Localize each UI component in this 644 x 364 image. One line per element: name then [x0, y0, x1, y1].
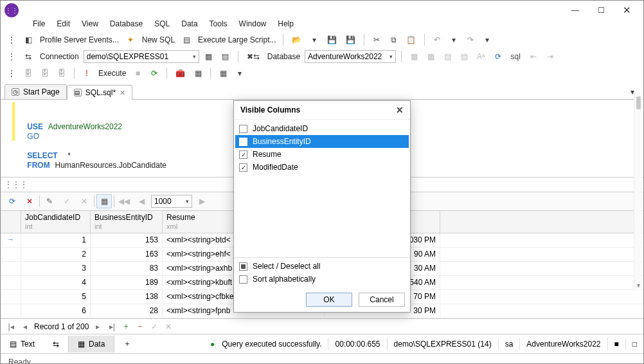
menu-tools[interactable]: Tools — [204, 17, 233, 30]
menu-help[interactable]: Help — [273, 17, 299, 30]
cut-icon[interactable]: ✂ — [370, 33, 384, 47]
nav-prev-icon[interactable]: ◂ — [20, 322, 30, 331]
paste-icon[interactable]: 📋 — [403, 33, 419, 47]
dialog-close-icon[interactable]: ✕ — [396, 105, 404, 115]
sql-format-icon[interactable]: sql — [508, 50, 524, 64]
chevron-down-icon[interactable]: ▾ — [447, 33, 461, 47]
connection-icon[interactable]: ⇆ — [21, 50, 35, 64]
stop-icon[interactable]: ■ — [130, 66, 145, 80]
menu-database[interactable]: Database — [105, 17, 148, 30]
refresh-icon[interactable]: ⟳ — [491, 50, 505, 64]
menu-edit[interactable]: Edit — [51, 17, 75, 30]
add-tab-button[interactable]: ＋ — [114, 334, 140, 353]
menu-window[interactable]: Window — [234, 17, 272, 30]
copy-icon[interactable]: ⧉ — [386, 33, 400, 47]
close-tab-icon[interactable]: ✕ — [120, 89, 125, 97]
scroll-down-icon[interactable]: ▾ — [634, 282, 643, 289]
next-page-icon[interactable]: ▶ — [194, 194, 210, 208]
refresh-grid-icon[interactable]: ⟳ — [4, 194, 20, 208]
checkbox-icon[interactable]: ✓ — [239, 150, 247, 159]
db2-icon[interactable]: 🗄 — [38, 66, 52, 80]
connection-dropdown[interactable]: demo\SQLEXPRESS01▾ — [84, 50, 199, 63]
vertical-scrollbar[interactable]: ▾ — [634, 94, 643, 290]
column-list-item[interactable]: JobCandidateID — [235, 122, 409, 135]
checkbox-icon[interactable] — [239, 275, 247, 284]
select-all-toggle[interactable]: Select / Deselect all — [239, 262, 405, 271]
close-button[interactable]: ✕ — [614, 2, 640, 19]
nav-last-icon[interactable]: ▸| — [107, 322, 117, 331]
execute-large-script-button[interactable]: Execute Large Script... — [196, 35, 278, 44]
tb2-btn-4[interactable]: ▤ — [457, 50, 471, 64]
open-icon[interactable]: 📂 — [289, 33, 305, 47]
col-businessentityid[interactable]: BusinessEntityIDint — [91, 211, 163, 233]
handle-icon[interactable]: ⋮ — [4, 66, 19, 80]
save-all-icon[interactable]: 💾 — [343, 33, 359, 47]
profile-icon[interactable]: ◧ — [21, 33, 35, 47]
tb2-btn-2[interactable]: ▦ — [424, 50, 438, 64]
tab-start-page[interactable]: ◷ Start Page — [4, 84, 67, 99]
tab-sql[interactable]: ▤ SQL.sql* ✕ — [67, 85, 132, 100]
status-box-icon[interactable]: □ — [625, 338, 643, 350]
prev-page-icon[interactable]: ◀ — [134, 194, 149, 208]
run-loop-icon[interactable]: ⟳ — [147, 66, 161, 80]
column-list-item[interactable]: BusinessEntityID — [235, 135, 409, 148]
new-sql-icon[interactable]: ✦ — [123, 33, 138, 47]
sort-alpha-toggle[interactable]: Sort alphabetically — [239, 275, 405, 284]
cancel-button[interactable]: Cancel — [359, 293, 405, 307]
toolbox2-icon[interactable]: ▦ — [191, 66, 205, 80]
menu-sql[interactable]: SQL — [149, 17, 175, 30]
checkbox-icon[interactable]: ✓ — [239, 163, 247, 172]
toolbox1-icon[interactable]: 🧰 — [172, 66, 188, 80]
disconnect-icon[interactable]: ✖⇆ — [244, 50, 263, 64]
rollback-icon[interactable]: ✕ — [76, 194, 92, 208]
scrollbar-thumb[interactable] — [636, 96, 641, 109]
grid-toggle-icon[interactable]: ▦ — [216, 66, 230, 80]
nav-first-icon[interactable]: |◂ — [6, 322, 16, 331]
tab-data[interactable]: ▦Data — [68, 336, 114, 352]
edit-icon[interactable]: ✎ — [42, 194, 57, 208]
first-page-icon[interactable]: ◀◀ — [116, 194, 132, 208]
db3-icon[interactable]: 🗄 — [55, 66, 69, 80]
menu-view[interactable]: View — [76, 17, 103, 30]
menu-data[interactable]: Data — [176, 17, 202, 30]
checkbox-icon[interactable] — [239, 125, 247, 133]
revert-row-icon[interactable]: ✕ — [163, 322, 174, 331]
handle-icon[interactable]: ⋮ — [4, 50, 19, 64]
page-size-dropdown[interactable]: 1000▾ — [151, 195, 192, 208]
maximize-button[interactable]: ☐ — [588, 2, 614, 19]
new-sql-button[interactable]: New SQL — [140, 35, 177, 44]
chevron-down-icon[interactable]: ▾ — [233, 66, 247, 80]
undo-icon[interactable]: ↶ — [430, 33, 444, 47]
tb2-btn-5[interactable]: Aª — [474, 50, 488, 64]
column-list-item[interactable]: ✓ModifiedDate — [235, 161, 409, 174]
cancel-icon[interactable]: ✕ — [22, 194, 37, 208]
save-icon[interactable]: 💾 — [324, 33, 340, 47]
chevron-down-icon[interactable]: ▾ — [307, 33, 321, 47]
menu-file[interactable]: File — [28, 17, 50, 30]
tb2-btn-3[interactable]: ▤ — [440, 50, 454, 64]
nav-next-icon[interactable]: ▸ — [93, 322, 103, 331]
exec-large-icon[interactable]: ▤ — [179, 33, 193, 47]
indent-right-icon[interactable]: ⇥ — [543, 50, 557, 64]
conn-tool-icon[interactable]: ▤ — [219, 50, 233, 64]
profile-server-events-button[interactable]: Profile Server Events... — [38, 35, 121, 44]
indent-left-icon[interactable]: ⇤ — [526, 50, 541, 64]
ok-button[interactable]: OK — [306, 293, 352, 307]
minimize-button[interactable]: — — [562, 2, 588, 19]
delete-row-icon[interactable]: － — [135, 321, 145, 332]
grid-view-icon[interactable]: ▦ — [96, 194, 112, 208]
edit-conn-icon[interactable]: ▦ — [202, 50, 216, 64]
commit-icon[interactable]: ✓ — [59, 194, 75, 208]
tb2-btn-1[interactable]: ▦ — [407, 50, 421, 64]
chevron-down-icon[interactable]: ▾ — [480, 33, 494, 47]
tab-text[interactable]: ▤Text — [1, 336, 44, 352]
database-dropdown[interactable]: AdventureWorks2022▾ — [305, 50, 396, 63]
col-jobcandidateid[interactable]: JobCandidateIDint — [21, 211, 91, 233]
commit-row-icon[interactable]: ✓ — [149, 322, 159, 331]
add-row-icon[interactable]: ＋ — [121, 321, 131, 332]
handle-icon[interactable]: ⋮ — [4, 33, 19, 47]
checkbox-icon[interactable] — [239, 138, 247, 146]
execute-button[interactable]: Execute — [96, 69, 128, 78]
redo-icon[interactable]: ↷ — [463, 33, 478, 47]
tristate-checkbox-icon[interactable] — [239, 262, 247, 271]
